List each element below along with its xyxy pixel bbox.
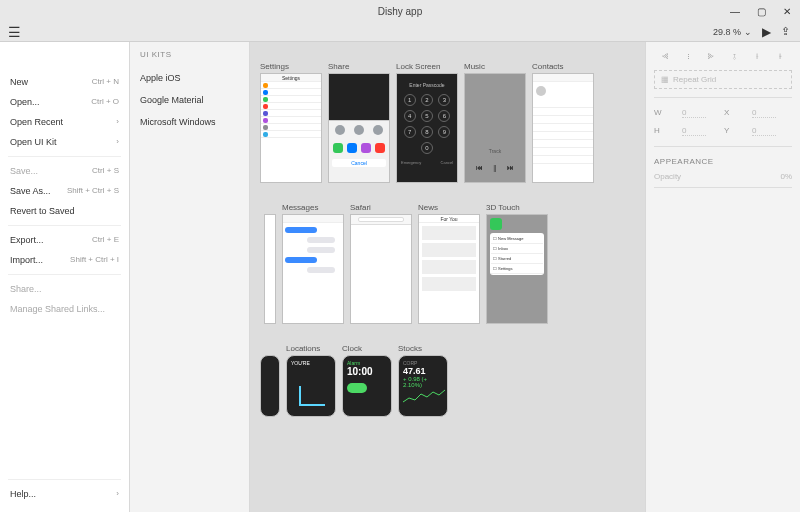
share-button[interactable]: ⇪ [781, 25, 790, 38]
menu-item-open-ui-kit[interactable]: Open UI Kit› [8, 132, 121, 152]
menu-item-manage-shared-links-[interactable]: Manage Shared Links... [8, 299, 121, 319]
menu-item-save-as-[interactable]: Save As...Shift + Ctrl + S [8, 181, 121, 201]
artboard-messages[interactable]: Messages [282, 203, 344, 324]
width-field[interactable]: 0 [682, 108, 706, 118]
zoom-level[interactable]: 29.8 % ⌄ [713, 27, 752, 37]
opacity-value[interactable]: 0% [780, 172, 792, 181]
menu-item-help[interactable]: Help...› [8, 484, 121, 504]
ui-kits-panel: UI KITS Apple iOSGoogle MaterialMicrosof… [130, 42, 250, 512]
height-field[interactable]: 0 [682, 126, 706, 136]
align-icon[interactable]: ⫶ [681, 52, 695, 62]
canvas[interactable]: SettingsSettingsShareCancelLock ScreenEn… [250, 42, 645, 512]
menu-item-open-recent[interactable]: Open Recent› [8, 112, 121, 132]
artboard-settings[interactable]: SettingsSettings [260, 62, 322, 183]
menu-item-save-[interactable]: Save...Ctrl + S [8, 161, 121, 181]
window-close[interactable]: ✕ [774, 0, 800, 22]
window-maximize[interactable]: ▢ [748, 0, 774, 22]
uikit-google-material[interactable]: Google Material [140, 89, 239, 111]
menu-item-export-[interactable]: Export...Ctrl + E [8, 230, 121, 250]
chevron-down-icon: ⌄ [744, 27, 752, 37]
app-title: Dishy app [378, 6, 422, 17]
artboard-locations[interactable]: LocationsYOU'RE [286, 344, 336, 417]
artboard-safari[interactable]: Safari [350, 203, 412, 324]
artboard-3d-touch[interactable]: 3D Touch☐ New Message☐ Inbox☐ Starred☐ S… [486, 203, 548, 324]
menu-item-import-[interactable]: Import...Shift + Ctrl + I [8, 250, 121, 270]
artboard-news[interactable]: NewsFor You [418, 203, 480, 324]
align-icon[interactable]: ⫷ [658, 52, 672, 62]
align-icon[interactable]: ⫸ [704, 52, 718, 62]
repeat-grid-button[interactable]: ▦ Repeat Grid [654, 70, 792, 89]
artboard-stocks[interactable]: StocksCORP47.61+ 0.98 (+ 2.10%) [398, 344, 448, 417]
align-icon[interactable]: ⫱ [728, 52, 742, 62]
artboard-lock-screen[interactable]: Lock ScreenEnter Passcode1234567890Emerg… [396, 62, 458, 183]
uikits-header: UI KITS [140, 50, 239, 59]
artboard-share[interactable]: ShareCancel [328, 62, 390, 183]
menu-item-revert-to-saved[interactable]: Revert to Saved [8, 201, 121, 221]
artboard-clock[interactable]: ClockAlarm10:00 [342, 344, 392, 417]
appearance-section: APPEARANCE [654, 157, 792, 166]
grid-icon: ▦ [661, 75, 669, 84]
menu-item-open-[interactable]: Open...Ctrl + O [8, 92, 121, 112]
file-menu: NewCtrl + NOpen...Ctrl + OOpen Recent›Op… [0, 42, 130, 512]
uikit-microsoft-windows[interactable]: Microsoft Windows [140, 111, 239, 133]
x-field[interactable]: 0 [752, 108, 776, 118]
menu-item-share-[interactable]: Share... [8, 279, 121, 299]
play-preview-button[interactable]: ▶ [762, 25, 771, 39]
artboard-music[interactable]: MusicTrackArtist⏮‖⏭ [464, 62, 526, 183]
inspector-panel: ⫷⫶⫸⫱⫲⫳ ▦ Repeat Grid W0 X0 H0 Y0 APPEARA… [645, 42, 800, 512]
y-field[interactable]: 0 [752, 126, 776, 136]
menu-item-new[interactable]: NewCtrl + N [8, 72, 121, 92]
window-minimize[interactable]: — [722, 0, 748, 22]
align-icon[interactable]: ⫲ [751, 52, 765, 62]
artboard-contacts[interactable]: Contacts [532, 62, 594, 183]
uikit-apple-ios[interactable]: Apple iOS [140, 67, 239, 89]
hamburger-menu-icon[interactable]: ☰ [8, 24, 21, 40]
align-icon[interactable]: ⫳ [774, 52, 788, 62]
